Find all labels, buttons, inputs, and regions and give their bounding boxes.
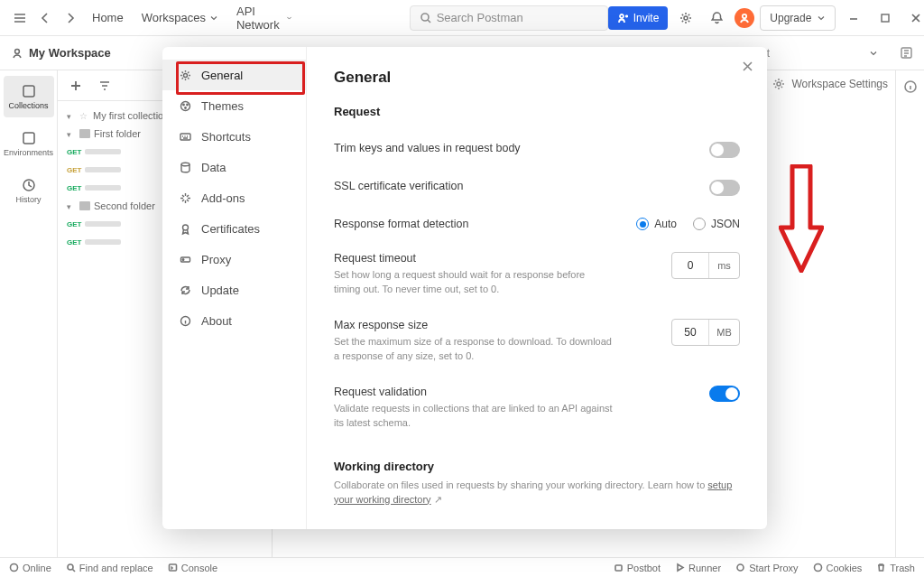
- setting-response-format: Response format detection Auto JSON: [334, 207, 740, 241]
- radio-group-format: Auto JSON: [636, 218, 740, 230]
- setting-label: SSL certificate verification: [334, 180, 463, 192]
- setting-maxresp: Max response size Set the maximum size o…: [334, 308, 740, 375]
- palette-icon: [179, 99, 192, 113]
- settings-content: General Request Trim keys and values in …: [307, 47, 767, 529]
- certificate-icon: [179, 222, 192, 236]
- setting-location-label: Location: [334, 527, 740, 530]
- settings-nav-label: Certificates: [201, 222, 260, 236]
- toggle-trim[interactable]: [709, 142, 740, 158]
- maxresp-unit: MB: [708, 320, 739, 345]
- settings-nav-label: Update: [201, 284, 239, 297]
- setting-label: Max response size: [334, 319, 614, 331]
- timeout-value[interactable]: [672, 259, 708, 272]
- setting-desc: Set how long a request should wait for a…: [334, 268, 614, 297]
- svg-point-18: [184, 73, 188, 77]
- modal-close-button[interactable]: [741, 60, 754, 77]
- radio-json[interactable]: JSON: [693, 218, 740, 230]
- radio-auto[interactable]: Auto: [636, 218, 677, 230]
- settings-sidebar: General Themes Shortcuts Data Add-ons Ce…: [162, 47, 307, 529]
- timeout-input[interactable]: ms: [671, 252, 740, 279]
- settings-nav-label: About: [201, 314, 232, 328]
- toggle-ssl[interactable]: [709, 180, 740, 196]
- section-working-directory: Working directory: [334, 460, 740, 473]
- setting-label: Trim keys and values in request body: [334, 142, 521, 154]
- svg-point-20: [183, 104, 184, 105]
- working-directory-desc: Collaborate on files used in requests by…: [334, 479, 740, 507]
- svg-point-24: [181, 163, 189, 166]
- settings-nav-label: Shortcuts: [201, 130, 251, 144]
- settings-nav-data[interactable]: Data: [162, 152, 306, 182]
- setting-desc: Set the maximum size of a response to do…: [334, 335, 614, 364]
- svg-point-27: [182, 258, 184, 260]
- maxresp-value[interactable]: [672, 326, 708, 339]
- setting-ssl: SSL certificate verification: [334, 169, 740, 207]
- settings-nav-proxy[interactable]: Proxy: [162, 244, 306, 275]
- settings-nav-label: Data: [201, 161, 226, 174]
- settings-nav-shortcuts[interactable]: Shortcuts: [162, 121, 306, 152]
- settings-nav-themes[interactable]: Themes: [162, 90, 306, 121]
- setting-label: Response format detection: [334, 218, 468, 230]
- settings-modal: General Themes Shortcuts Data Add-ons Ce…: [162, 47, 767, 529]
- setting-timeout: Request timeout Set how long a request s…: [334, 241, 740, 308]
- settings-title: General: [334, 69, 740, 87]
- svg-point-22: [185, 107, 186, 107]
- svg-point-25: [183, 225, 189, 230]
- toggle-request-validation[interactable]: [709, 386, 740, 402]
- svg-point-19: [181, 101, 190, 110]
- setting-trim: Trim keys and values in request body: [334, 131, 740, 169]
- info-icon: [179, 314, 192, 328]
- settings-nav-general[interactable]: General: [162, 60, 306, 90]
- svg-point-21: [187, 104, 188, 105]
- settings-section-request: Request: [334, 105, 740, 118]
- update-icon: [179, 284, 192, 297]
- timeout-unit: ms: [708, 253, 739, 278]
- settings-nav-label: Proxy: [201, 253, 231, 266]
- setting-label: Request validation: [334, 386, 614, 398]
- settings-nav-addons[interactable]: Add-ons: [162, 182, 306, 213]
- setting-desc: Validate requests in collections that ar…: [334, 402, 614, 431]
- database-icon: [179, 161, 192, 174]
- settings-nav-label: General: [201, 69, 243, 82]
- keyboard-icon: [179, 130, 192, 144]
- settings-nav-about[interactable]: About: [162, 305, 306, 336]
- setting-request-validation: Request validation Validate requests in …: [334, 375, 740, 442]
- annotation-arrow-icon: [779, 164, 824, 273]
- settings-nav-label: Themes: [201, 99, 244, 113]
- settings-nav-label: Add-ons: [201, 191, 245, 205]
- sparkle-icon: [179, 191, 192, 205]
- settings-nav-certificates[interactable]: Certificates: [162, 213, 306, 244]
- proxy-icon: [179, 253, 192, 266]
- setting-label: Request timeout: [334, 252, 614, 265]
- gear-icon: [179, 69, 192, 82]
- maxresp-input[interactable]: MB: [671, 319, 740, 346]
- settings-nav-update[interactable]: Update: [162, 275, 306, 305]
